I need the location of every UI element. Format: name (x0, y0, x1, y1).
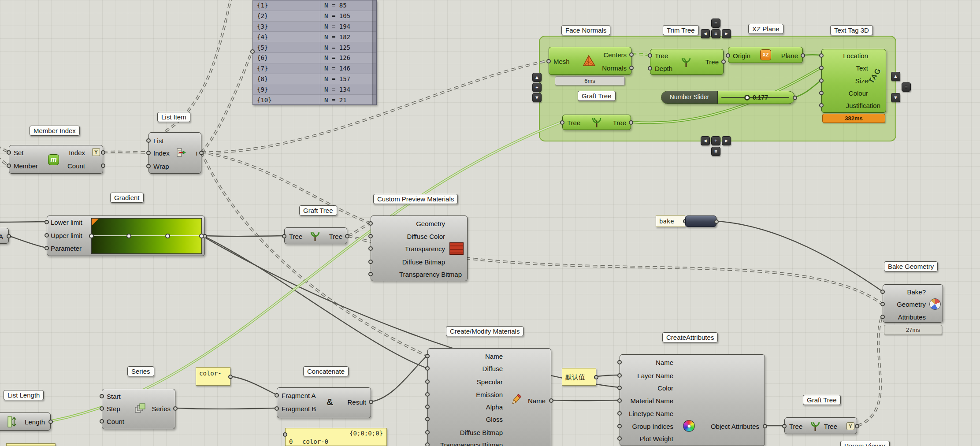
output-port[interactable] (228, 375, 233, 379)
input-port[interactable] (819, 66, 824, 70)
component-custom-preview-materials[interactable]: Geometry Diffuse Color Transparency Diff… (371, 216, 468, 281)
group-nav-up-icon[interactable]: ▲ (891, 72, 900, 81)
wire-default-to-layername[interactable] (597, 375, 619, 376)
output-port[interactable] (629, 66, 634, 70)
output-port[interactable] (594, 375, 598, 379)
component-param-a[interactable]: A (0, 228, 9, 244)
param-viewer-panel[interactable]: {1}N = 85 {2}N = 105 {3}N = 194 {4}N = 1… (252, 0, 377, 105)
number-slider[interactable]: Number Slider 0.177 (661, 91, 795, 104)
input-port[interactable] (648, 66, 652, 71)
gradient-handle[interactable] (165, 234, 170, 238)
component-text-tag-3d[interactable]: Location Text Size Colour Justification … (821, 49, 886, 113)
boolean-toggle[interactable] (685, 216, 716, 227)
input-port[interactable] (45, 220, 49, 224)
component-graft-tree-mid[interactable]: Tree Tree (284, 227, 347, 244)
wire-a-to-parameter[interactable] (9, 236, 46, 248)
group-nav-plus-icon[interactable]: + (532, 83, 542, 92)
input-port[interactable] (880, 290, 885, 294)
wire-slider-to-size[interactable] (796, 81, 820, 97)
input-port[interactable] (425, 366, 430, 371)
input-port[interactable] (425, 379, 430, 384)
gradient-handle[interactable] (89, 234, 94, 238)
input-port[interactable] (425, 430, 430, 435)
input-port[interactable] (617, 436, 622, 441)
group-nav-left-icon[interactable]: ◄ (701, 29, 710, 38)
input-port[interactable] (617, 411, 622, 416)
group-nav-list-icon[interactable]: ≡ (711, 19, 720, 28)
group-nav-right-icon[interactable]: ► (722, 136, 731, 145)
wire-name-to-materialname[interactable] (552, 400, 619, 401)
input-port[interactable] (146, 164, 151, 168)
group-nav-right-icon[interactable]: ► (722, 29, 731, 38)
output-port[interactable] (855, 424, 859, 428)
group-nav-list-icon[interactable]: ≡ (902, 82, 911, 92)
component-create-attributes[interactable]: Name Layer Name Color Material Name Line… (620, 354, 765, 446)
input-port[interactable] (368, 221, 373, 226)
input-port[interactable] (819, 53, 824, 58)
input-port[interactable] (617, 386, 622, 390)
wire-toggle-to-bake[interactable] (717, 221, 882, 291)
slider-knob[interactable] (744, 95, 750, 100)
grasshopper-canvas[interactable]: {1}N = 85 {2}N = 105 {3}N = 194 {4}N = 1… (0, 0, 980, 446)
input-port[interactable] (425, 442, 430, 446)
input-port[interactable] (100, 406, 104, 411)
output-port[interactable] (549, 398, 553, 403)
output-port[interactable] (793, 96, 797, 100)
input-port[interactable] (425, 392, 430, 397)
input-port[interactable] (45, 246, 49, 250)
input-port[interactable] (425, 354, 430, 358)
group-nav-down-icon[interactable]: ▼ (532, 93, 542, 102)
component-concatenate[interactable]: Fragment A Fragment B Result & (277, 387, 371, 418)
group-nav-list-icon[interactable]: ≡ (711, 147, 720, 156)
wire-series-to-concatenate[interactable] (176, 408, 276, 409)
component-create-modify-materials[interactable]: Name Diffuse Specular Emission Alpha Glo… (427, 348, 551, 446)
input-port[interactable] (782, 424, 787, 428)
output-port[interactable] (345, 234, 349, 238)
input-port[interactable] (100, 419, 104, 424)
group-nav-left-icon[interactable]: ◄ (701, 136, 710, 145)
input-port[interactable] (617, 398, 622, 403)
default-value-panel[interactable]: 默认值 (562, 368, 596, 386)
input-port[interactable] (648, 53, 652, 58)
input-port[interactable] (368, 234, 373, 238)
input-port[interactable] (368, 260, 373, 264)
input-port[interactable] (368, 272, 373, 276)
output-port[interactable] (629, 52, 634, 57)
component-gradient[interactable]: Lower limit Upper limit Parameter (47, 216, 205, 256)
input-port[interactable] (617, 360, 622, 364)
output-port[interactable] (721, 59, 726, 64)
group-nav-list-icon[interactable]: ≡ (711, 29, 720, 38)
input-port[interactable] (546, 59, 551, 63)
input-port[interactable] (560, 120, 564, 125)
scrollbar[interactable] (372, 0, 376, 104)
wire-plane-to-location[interactable] (804, 55, 820, 55)
input-port[interactable] (880, 315, 885, 319)
input-port[interactable] (726, 53, 730, 58)
input-port[interactable] (368, 246, 373, 251)
output-port[interactable] (199, 151, 204, 155)
input-port[interactable] (425, 417, 430, 421)
output-port[interactable] (173, 406, 178, 411)
wire-colorpanel-to-concatenate[interactable] (231, 376, 276, 394)
component-face-normals[interactable]: Mesh Centers Normals (549, 47, 631, 75)
gradient-handle[interactable] (126, 234, 131, 238)
output-port[interactable] (714, 219, 719, 224)
component-member-index[interactable]: Set Member Index Count m Y (9, 145, 103, 174)
input-port[interactable] (7, 164, 11, 168)
output-port[interactable] (203, 234, 207, 238)
component-list-item[interactable]: List Index Wrap i (148, 132, 201, 174)
input-port[interactable] (146, 138, 151, 143)
component-bake-geometry[interactable]: Bake? Geometry Attributes (883, 284, 943, 323)
output-port[interactable] (369, 400, 373, 404)
component-trim-tree[interactable]: Tree Depth Tree (650, 49, 724, 75)
input-port[interactable] (617, 373, 622, 378)
input-port[interactable] (880, 302, 885, 306)
input-port[interactable] (100, 394, 104, 398)
input-port[interactable] (425, 405, 430, 409)
output-port[interactable] (101, 164, 105, 168)
input-port[interactable] (250, 49, 255, 54)
panel-cut[interactable] (6, 443, 56, 446)
result-panel[interactable]: {0;0;0;0} 0 color-0 (285, 428, 387, 446)
wire-concatenate-to-name[interactable] (372, 356, 427, 401)
output-port[interactable] (801, 53, 805, 58)
